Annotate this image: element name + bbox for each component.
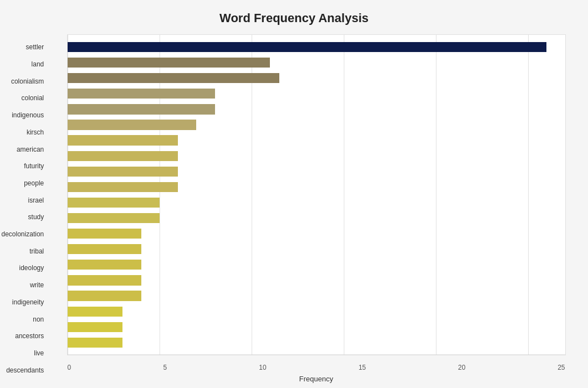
bar-ancestors	[68, 307, 123, 317]
bar-row	[68, 55, 565, 70]
bar-israel	[68, 182, 178, 192]
bar-tribal	[68, 229, 141, 239]
bar-settler	[68, 42, 547, 52]
x-tick-0: 0	[68, 364, 71, 371]
x-tick-5: 5	[163, 364, 167, 371]
bar-row	[68, 148, 565, 164]
bar-indigenous	[68, 104, 215, 114]
y-label-indigenous: indigenous	[2, 107, 49, 124]
bar-row	[68, 39, 565, 55]
bar-ideology	[68, 244, 141, 254]
bar-row	[68, 86, 565, 101]
bar-row	[68, 210, 565, 226]
bar-descendants	[68, 338, 123, 348]
y-label-indigeneity: indigeneity	[2, 294, 49, 311]
y-label-study: study	[2, 209, 49, 226]
bars-container	[68, 35, 565, 355]
y-label-futurity: futurity	[2, 158, 49, 175]
y-label-kirsch: kirsch	[2, 124, 49, 141]
bar-american	[68, 135, 178, 145]
y-label-ancestors: ancestors	[2, 328, 49, 345]
x-tick-10: 10	[259, 364, 266, 371]
y-label-decolonization: decolonization	[2, 226, 49, 243]
bar-decolonization	[68, 213, 160, 223]
bar-people	[68, 167, 178, 177]
x-axis-title: Frequency	[67, 375, 566, 383]
y-label-descendants: descendants	[2, 361, 49, 379]
y-label-colonial: colonial	[2, 90, 49, 107]
bar-indigeneity	[68, 275, 141, 285]
bar-row	[68, 319, 565, 335]
bar-futurity	[68, 151, 178, 161]
bar-non	[68, 291, 141, 301]
bar-colonialism	[68, 73, 279, 83]
bar-row	[68, 133, 565, 148]
chart-area: 0510152025	[67, 34, 566, 355]
y-label-people: people	[2, 175, 49, 192]
bar-row	[68, 272, 565, 288]
x-tick-15: 15	[359, 364, 366, 371]
y-label-settler: settler	[2, 39, 49, 56]
y-label-colonialism: colonialism	[2, 73, 49, 90]
x-tick-25: 25	[558, 364, 565, 371]
x-tick-20: 20	[458, 364, 466, 371]
bar-row	[68, 70, 565, 86]
bar-colonial	[68, 89, 215, 99]
y-label-write: write	[2, 277, 49, 294]
bar-row	[68, 304, 565, 319]
y-label-tribal: tribal	[2, 242, 49, 260]
bar-write	[68, 260, 141, 270]
bar-row	[68, 288, 565, 304]
y-label-non: non	[2, 311, 49, 328]
y-label-land: land	[2, 56, 49, 73]
y-label-ideology: ideology	[2, 260, 49, 277]
chart-wrapper: settlerlandcolonialismcolonialindigenous…	[67, 34, 566, 383]
y-axis-labels: settlerlandcolonialismcolonialindigenous…	[2, 34, 49, 383]
bar-row	[68, 164, 565, 179]
bar-study	[68, 198, 160, 208]
bar-row	[68, 226, 565, 241]
chart-container: Word Frequency Analysis settlerlandcolon…	[0, 0, 588, 388]
bar-land	[68, 58, 270, 68]
bar-row	[68, 179, 565, 195]
bar-row	[68, 195, 565, 210]
bar-live	[68, 322, 123, 332]
chart-title: Word Frequency Analysis	[22, 11, 566, 25]
bar-row	[68, 241, 565, 257]
bar-row	[68, 257, 565, 272]
x-axis: 0510152025	[68, 364, 565, 371]
y-label-israel: israel	[2, 192, 49, 209]
y-label-live: live	[2, 345, 49, 362]
bar-row	[68, 335, 565, 350]
bar-row	[68, 101, 565, 117]
bar-row	[68, 117, 565, 132]
y-label-american: american	[2, 141, 49, 158]
bar-kirsch	[68, 120, 197, 130]
